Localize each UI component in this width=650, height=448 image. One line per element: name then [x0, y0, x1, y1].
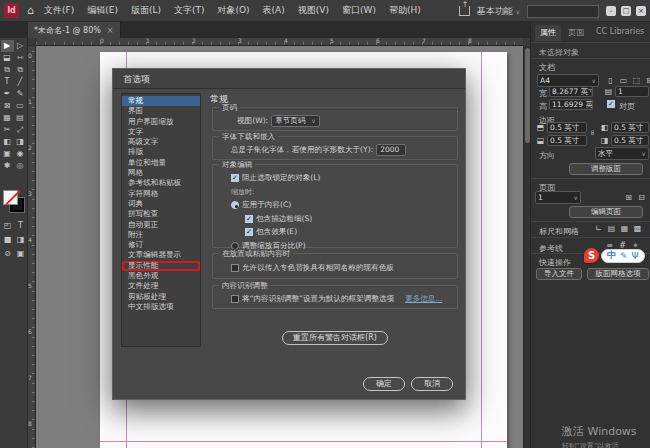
- preferences-category-item[interactable]: 修订: [122, 240, 200, 250]
- panel-tab[interactable]: 属性: [535, 25, 561, 41]
- preferences-category-item[interactable]: 黑色外观: [122, 271, 200, 281]
- rulers-grids-icon[interactable]: ▩: [632, 223, 643, 234]
- width-field[interactable]: 8.2677 英寸: [549, 86, 593, 97]
- current-page-select[interactable]: 1∨: [535, 191, 581, 204]
- tool-icon[interactable]: ▤: [14, 112, 27, 124]
- ruler-corner[interactable]: [28, 38, 36, 46]
- menu-item[interactable]: 窗口(W): [342, 4, 376, 17]
- menu-item[interactable]: 文字(T): [174, 4, 205, 17]
- tool-icon[interactable]: ▷: [14, 40, 27, 52]
- tool-icon[interactable]: ◨: [14, 136, 27, 148]
- preferences-category-item[interactable]: 词典: [122, 199, 200, 209]
- preferences-category-item[interactable]: 显示性能: [122, 261, 200, 271]
- edit-pages-button[interactable]: 编辑页面: [569, 206, 643, 218]
- include-stroke-checkbox[interactable]: [245, 215, 253, 223]
- tool-icon[interactable]: ✎: [14, 88, 27, 100]
- preferences-category-item[interactable]: 自动更正: [122, 220, 200, 230]
- preferences-category-item[interactable]: 单位和增量: [122, 158, 200, 168]
- preferences-category-item[interactable]: 文章编辑器显示: [122, 250, 200, 260]
- rulers-grids-icon[interactable]: ▦: [619, 223, 630, 234]
- toolbar-option-icon[interactable]: T: [14, 220, 27, 232]
- preferences-category-item[interactable]: 参考线和粘贴板: [122, 178, 200, 188]
- share-icon[interactable]: [459, 6, 470, 16]
- fill-none-swatch[interactable]: [3, 190, 18, 205]
- link-margins-icon[interactable]: ∞: [588, 129, 597, 136]
- margin-left-field[interactable]: 0.5 英寸: [611, 122, 649, 133]
- ime-language-toggle[interactable]: 中: [607, 249, 616, 262]
- tool-icon[interactable]: ▦: [1, 112, 14, 124]
- import-file-button[interactable]: 导入文件: [536, 268, 582, 280]
- rulers-grids-icon[interactable]: ∟: [593, 223, 604, 234]
- layout-grid-options-button[interactable]: 版面网格选项: [587, 268, 649, 280]
- tool-icon[interactable]: ⤢: [14, 124, 27, 136]
- tool-icon[interactable]: ◧: [1, 136, 14, 148]
- preferences-category-item[interactable]: 文字: [122, 127, 200, 137]
- toolbar-option-icon[interactable]: ⊘: [1, 248, 14, 260]
- menu-item[interactable]: 对象(O): [217, 4, 249, 17]
- document-option-icon[interactable]: ⊞: [644, 75, 650, 86]
- page-action-icon[interactable]: ⊟: [636, 192, 647, 203]
- toolbar-option-icon[interactable]: ◨: [14, 234, 27, 246]
- toolbar-option-icon[interactable]: ◰: [1, 220, 14, 232]
- tool-icon[interactable]: ╱: [14, 76, 27, 88]
- tool-icon[interactable]: ⇿: [14, 52, 27, 64]
- tool-icon[interactable]: ✂: [1, 124, 14, 136]
- tool-icon[interactable]: T: [1, 76, 14, 88]
- preferences-category-item[interactable]: 高级文字: [122, 137, 200, 147]
- close-button[interactable]: ×: [636, 6, 646, 16]
- tool-icon[interactable]: ▣: [1, 148, 14, 160]
- preferences-category-item[interactable]: 中文排版选项: [122, 302, 200, 312]
- preferences-category-item[interactable]: 文件处理: [122, 281, 200, 291]
- include-effects-checkbox[interactable]: [245, 228, 253, 236]
- facing-pages-checkbox[interactable]: [607, 100, 615, 108]
- tool-icon[interactable]: ⊠: [1, 100, 14, 112]
- sogou-logo-icon[interactable]: S: [584, 248, 599, 263]
- more-info-link[interactable]: 更多信息...: [405, 294, 442, 304]
- tool-icon[interactable]: ⬓: [1, 52, 14, 64]
- menu-item[interactable]: 帮助(H): [389, 4, 421, 17]
- glyph-count-field[interactable]: 2000: [376, 144, 406, 156]
- orientation-select[interactable]: 水平∨: [595, 147, 649, 160]
- tool-icon[interactable]: ◉: [14, 148, 27, 160]
- preferences-category-item[interactable]: 附注: [122, 230, 200, 240]
- tool-icon[interactable]: ◎: [14, 160, 27, 172]
- document-option-icon[interactable]: ▭: [618, 75, 629, 86]
- rulers-grids-icon[interactable]: ▤: [606, 223, 617, 234]
- vertical-scrollbar[interactable]: [523, 46, 530, 448]
- workspace-switcher[interactable]: 基本功能 ∨: [477, 5, 520, 18]
- reset-warnings-button[interactable]: 重置所有警告对话框(R): [282, 331, 388, 345]
- tool-icon[interactable]: ✒: [1, 88, 14, 100]
- horizontal-ruler[interactable]: 012345678: [36, 38, 523, 46]
- margin-top-field[interactable]: 0.5 英寸: [547, 122, 587, 133]
- tool-icon[interactable]: ✱: [1, 160, 14, 172]
- preferences-category-item[interactable]: 网格: [122, 168, 200, 178]
- menu-item[interactable]: 视图(V): [298, 4, 329, 17]
- pages-count-field[interactable]: 1: [615, 86, 649, 97]
- margin-bottom-field[interactable]: 0.5 英寸: [547, 135, 587, 146]
- dialog-title[interactable]: 首选项: [113, 69, 465, 89]
- preferences-category-item[interactable]: 字符网格: [122, 189, 200, 199]
- adjust-layout-button[interactable]: 调整版面: [569, 163, 643, 175]
- panel-tab[interactable]: 页面: [563, 25, 589, 41]
- spot-color-replace-checkbox[interactable]: [231, 264, 239, 272]
- preferences-category-item[interactable]: 用户界面缩放: [122, 117, 200, 127]
- cancel-button[interactable]: 取消: [411, 377, 453, 391]
- panel-tab[interactable]: CC Libraries: [591, 25, 649, 41]
- tool-icon[interactable]: ▭: [14, 100, 27, 112]
- tool-icon[interactable]: ⧉: [1, 64, 14, 76]
- fill-stroke-swatches[interactable]: [3, 190, 25, 214]
- minimize-button[interactable]: –: [606, 6, 616, 16]
- page-numbering-view-select[interactable]: 章节页码∨: [271, 115, 319, 127]
- menu-item[interactable]: 编辑(E): [87, 4, 118, 17]
- height-field[interactable]: 11.6929 英寸: [549, 99, 593, 110]
- menu-item[interactable]: 文件(F): [44, 4, 74, 17]
- search-input[interactable]: [527, 5, 599, 18]
- vertical-ruler[interactable]: 012345678: [28, 46, 36, 448]
- toolbar-option-icon[interactable]: ▣: [14, 248, 27, 260]
- preferences-category-item[interactable]: 排版: [122, 147, 200, 157]
- document-option-icon[interactable]: ▯: [605, 75, 616, 86]
- ok-button[interactable]: 确定: [363, 377, 405, 391]
- tab-close-icon[interactable]: ×: [107, 26, 114, 35]
- maximize-button[interactable]: □: [621, 6, 631, 16]
- menu-item[interactable]: 表(A): [263, 4, 285, 17]
